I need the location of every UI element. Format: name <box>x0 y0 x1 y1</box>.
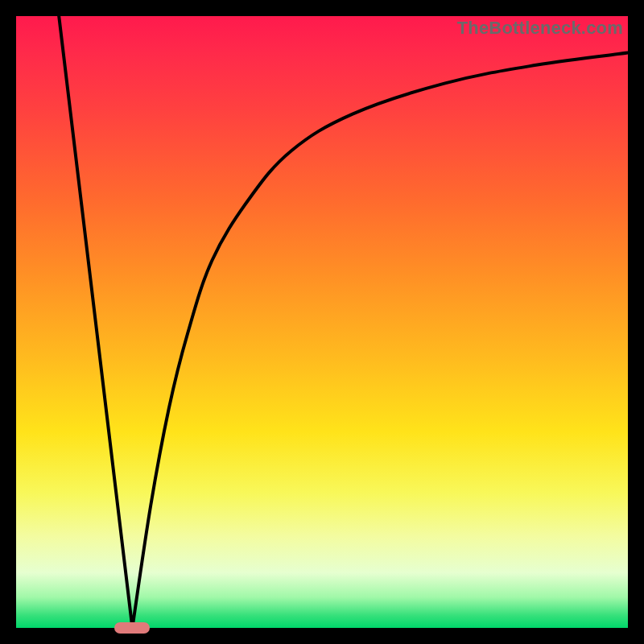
curve-path <box>59 16 628 628</box>
vertex-marker <box>114 622 150 634</box>
chart-frame: TheBottleneck.com <box>0 0 644 644</box>
plot-area: TheBottleneck.com <box>16 16 628 628</box>
chart-lines <box>16 16 628 628</box>
